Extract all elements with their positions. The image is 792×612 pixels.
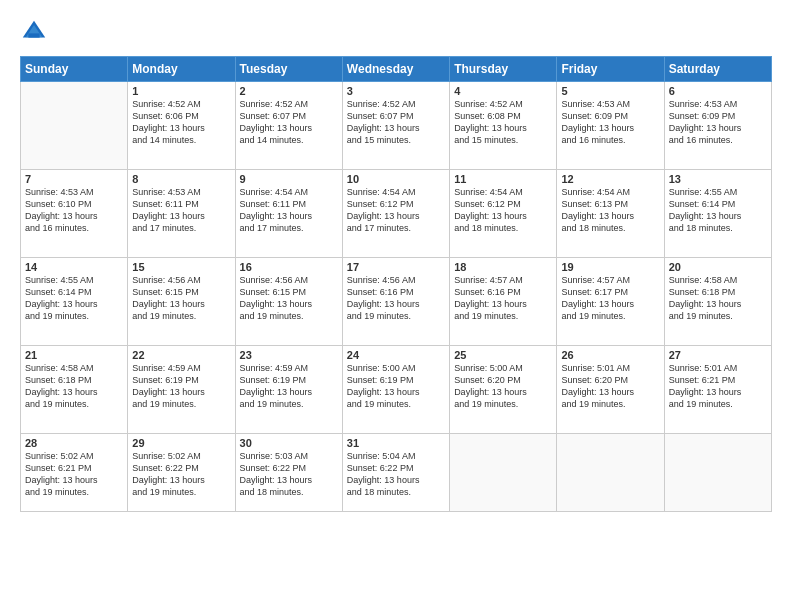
calendar-cell: 12Sunrise: 4:54 AM Sunset: 6:13 PM Dayli… bbox=[557, 170, 664, 258]
day-number: 10 bbox=[347, 173, 445, 185]
day-info: Sunrise: 4:59 AM Sunset: 6:19 PM Dayligh… bbox=[132, 362, 230, 411]
calendar-cell: 30Sunrise: 5:03 AM Sunset: 6:22 PM Dayli… bbox=[235, 434, 342, 512]
day-number: 2 bbox=[240, 85, 338, 97]
week-row: 14Sunrise: 4:55 AM Sunset: 6:14 PM Dayli… bbox=[21, 258, 772, 346]
day-number: 6 bbox=[669, 85, 767, 97]
calendar-cell: 24Sunrise: 5:00 AM Sunset: 6:19 PM Dayli… bbox=[342, 346, 449, 434]
calendar-cell: 13Sunrise: 4:55 AM Sunset: 6:14 PM Dayli… bbox=[664, 170, 771, 258]
day-number: 15 bbox=[132, 261, 230, 273]
logo-icon bbox=[20, 18, 48, 46]
day-number: 26 bbox=[561, 349, 659, 361]
calendar-cell: 27Sunrise: 5:01 AM Sunset: 6:21 PM Dayli… bbox=[664, 346, 771, 434]
day-info: Sunrise: 4:52 AM Sunset: 6:07 PM Dayligh… bbox=[240, 98, 338, 147]
day-number: 18 bbox=[454, 261, 552, 273]
day-info: Sunrise: 4:53 AM Sunset: 6:09 PM Dayligh… bbox=[561, 98, 659, 147]
calendar-cell: 25Sunrise: 5:00 AM Sunset: 6:20 PM Dayli… bbox=[450, 346, 557, 434]
day-number: 30 bbox=[240, 437, 338, 449]
calendar-cell: 9Sunrise: 4:54 AM Sunset: 6:11 PM Daylig… bbox=[235, 170, 342, 258]
calendar-header: SundayMondayTuesdayWednesdayThursdayFrid… bbox=[21, 57, 772, 82]
day-info: Sunrise: 4:56 AM Sunset: 6:15 PM Dayligh… bbox=[132, 274, 230, 323]
calendar-cell: 10Sunrise: 4:54 AM Sunset: 6:12 PM Dayli… bbox=[342, 170, 449, 258]
day-number: 13 bbox=[669, 173, 767, 185]
page: SundayMondayTuesdayWednesdayThursdayFrid… bbox=[0, 0, 792, 612]
calendar-cell: 26Sunrise: 5:01 AM Sunset: 6:20 PM Dayli… bbox=[557, 346, 664, 434]
calendar-cell bbox=[557, 434, 664, 512]
day-number: 25 bbox=[454, 349, 552, 361]
day-info: Sunrise: 4:58 AM Sunset: 6:18 PM Dayligh… bbox=[669, 274, 767, 323]
day-info: Sunrise: 4:55 AM Sunset: 6:14 PM Dayligh… bbox=[25, 274, 123, 323]
day-info: Sunrise: 5:02 AM Sunset: 6:22 PM Dayligh… bbox=[132, 450, 230, 499]
day-number: 20 bbox=[669, 261, 767, 273]
day-info: Sunrise: 5:01 AM Sunset: 6:21 PM Dayligh… bbox=[669, 362, 767, 411]
day-info: Sunrise: 5:00 AM Sunset: 6:19 PM Dayligh… bbox=[347, 362, 445, 411]
calendar-cell: 6Sunrise: 4:53 AM Sunset: 6:09 PM Daylig… bbox=[664, 82, 771, 170]
day-info: Sunrise: 4:57 AM Sunset: 6:16 PM Dayligh… bbox=[454, 274, 552, 323]
day-info: Sunrise: 4:53 AM Sunset: 6:09 PM Dayligh… bbox=[669, 98, 767, 147]
day-info: Sunrise: 5:04 AM Sunset: 6:22 PM Dayligh… bbox=[347, 450, 445, 499]
col-header-saturday: Saturday bbox=[664, 57, 771, 82]
day-number: 29 bbox=[132, 437, 230, 449]
day-info: Sunrise: 4:53 AM Sunset: 6:10 PM Dayligh… bbox=[25, 186, 123, 235]
day-info: Sunrise: 4:53 AM Sunset: 6:11 PM Dayligh… bbox=[132, 186, 230, 235]
day-number: 5 bbox=[561, 85, 659, 97]
day-info: Sunrise: 4:56 AM Sunset: 6:16 PM Dayligh… bbox=[347, 274, 445, 323]
day-info: Sunrise: 4:54 AM Sunset: 6:13 PM Dayligh… bbox=[561, 186, 659, 235]
calendar-cell bbox=[21, 82, 128, 170]
day-info: Sunrise: 4:57 AM Sunset: 6:17 PM Dayligh… bbox=[561, 274, 659, 323]
day-info: Sunrise: 4:52 AM Sunset: 6:07 PM Dayligh… bbox=[347, 98, 445, 147]
day-number: 4 bbox=[454, 85, 552, 97]
svg-rect-2 bbox=[28, 33, 39, 37]
calendar-cell: 21Sunrise: 4:58 AM Sunset: 6:18 PM Dayli… bbox=[21, 346, 128, 434]
day-number: 14 bbox=[25, 261, 123, 273]
day-number: 23 bbox=[240, 349, 338, 361]
calendar-table: SundayMondayTuesdayWednesdayThursdayFrid… bbox=[20, 56, 772, 512]
day-info: Sunrise: 4:54 AM Sunset: 6:11 PM Dayligh… bbox=[240, 186, 338, 235]
day-info: Sunrise: 4:52 AM Sunset: 6:06 PM Dayligh… bbox=[132, 98, 230, 147]
col-header-tuesday: Tuesday bbox=[235, 57, 342, 82]
day-info: Sunrise: 4:56 AM Sunset: 6:15 PM Dayligh… bbox=[240, 274, 338, 323]
calendar-cell: 3Sunrise: 4:52 AM Sunset: 6:07 PM Daylig… bbox=[342, 82, 449, 170]
day-number: 16 bbox=[240, 261, 338, 273]
day-number: 21 bbox=[25, 349, 123, 361]
calendar-cell: 5Sunrise: 4:53 AM Sunset: 6:09 PM Daylig… bbox=[557, 82, 664, 170]
week-row: 28Sunrise: 5:02 AM Sunset: 6:21 PM Dayli… bbox=[21, 434, 772, 512]
day-info: Sunrise: 4:54 AM Sunset: 6:12 PM Dayligh… bbox=[454, 186, 552, 235]
calendar-cell: 29Sunrise: 5:02 AM Sunset: 6:22 PM Dayli… bbox=[128, 434, 235, 512]
day-info: Sunrise: 5:02 AM Sunset: 6:21 PM Dayligh… bbox=[25, 450, 123, 499]
calendar-body: 1Sunrise: 4:52 AM Sunset: 6:06 PM Daylig… bbox=[21, 82, 772, 512]
calendar-cell: 16Sunrise: 4:56 AM Sunset: 6:15 PM Dayli… bbox=[235, 258, 342, 346]
day-info: Sunrise: 5:03 AM Sunset: 6:22 PM Dayligh… bbox=[240, 450, 338, 499]
day-number: 8 bbox=[132, 173, 230, 185]
day-number: 11 bbox=[454, 173, 552, 185]
calendar-cell: 20Sunrise: 4:58 AM Sunset: 6:18 PM Dayli… bbox=[664, 258, 771, 346]
calendar-cell: 2Sunrise: 4:52 AM Sunset: 6:07 PM Daylig… bbox=[235, 82, 342, 170]
day-info: Sunrise: 5:01 AM Sunset: 6:20 PM Dayligh… bbox=[561, 362, 659, 411]
day-number: 1 bbox=[132, 85, 230, 97]
calendar-cell: 18Sunrise: 4:57 AM Sunset: 6:16 PM Dayli… bbox=[450, 258, 557, 346]
calendar-cell bbox=[664, 434, 771, 512]
calendar-cell: 23Sunrise: 4:59 AM Sunset: 6:19 PM Dayli… bbox=[235, 346, 342, 434]
day-number: 22 bbox=[132, 349, 230, 361]
day-number: 19 bbox=[561, 261, 659, 273]
day-number: 3 bbox=[347, 85, 445, 97]
week-row: 21Sunrise: 4:58 AM Sunset: 6:18 PM Dayli… bbox=[21, 346, 772, 434]
day-info: Sunrise: 5:00 AM Sunset: 6:20 PM Dayligh… bbox=[454, 362, 552, 411]
calendar-cell: 22Sunrise: 4:59 AM Sunset: 6:19 PM Dayli… bbox=[128, 346, 235, 434]
day-info: Sunrise: 4:59 AM Sunset: 6:19 PM Dayligh… bbox=[240, 362, 338, 411]
calendar-cell bbox=[450, 434, 557, 512]
calendar-cell: 11Sunrise: 4:54 AM Sunset: 6:12 PM Dayli… bbox=[450, 170, 557, 258]
calendar-cell: 19Sunrise: 4:57 AM Sunset: 6:17 PM Dayli… bbox=[557, 258, 664, 346]
day-number: 31 bbox=[347, 437, 445, 449]
day-number: 17 bbox=[347, 261, 445, 273]
calendar-cell: 28Sunrise: 5:02 AM Sunset: 6:21 PM Dayli… bbox=[21, 434, 128, 512]
calendar-cell: 1Sunrise: 4:52 AM Sunset: 6:06 PM Daylig… bbox=[128, 82, 235, 170]
day-number: 28 bbox=[25, 437, 123, 449]
logo bbox=[20, 18, 50, 46]
col-header-monday: Monday bbox=[128, 57, 235, 82]
col-header-thursday: Thursday bbox=[450, 57, 557, 82]
calendar-cell: 4Sunrise: 4:52 AM Sunset: 6:08 PM Daylig… bbox=[450, 82, 557, 170]
calendar-cell: 15Sunrise: 4:56 AM Sunset: 6:15 PM Dayli… bbox=[128, 258, 235, 346]
calendar-cell: 14Sunrise: 4:55 AM Sunset: 6:14 PM Dayli… bbox=[21, 258, 128, 346]
header bbox=[20, 18, 772, 46]
week-row: 1Sunrise: 4:52 AM Sunset: 6:06 PM Daylig… bbox=[21, 82, 772, 170]
